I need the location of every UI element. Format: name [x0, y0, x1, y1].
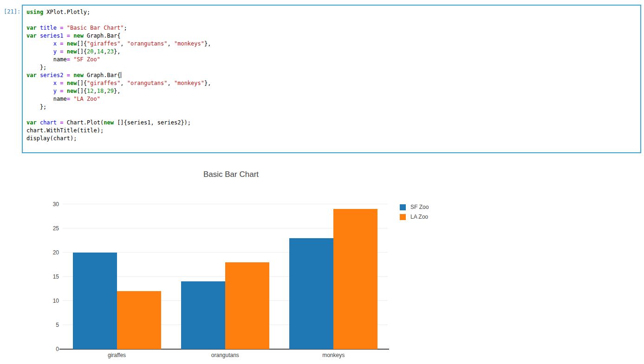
code-token: = [60, 80, 63, 86]
category-slot-giraffes [63, 204, 171, 349]
code-token [64, 40, 67, 47]
code-token: "SF Zoo" [73, 56, 100, 63]
legend-item-la-zoo[interactable]: LA Zoo [400, 214, 429, 220]
code-token: = [60, 40, 63, 47]
legend-swatch-icon [400, 204, 406, 210]
code-line: y = new[]{20,14,23}, [26, 48, 637, 56]
code-token [64, 72, 67, 78]
code-token [64, 25, 67, 31]
y-tick-label: 25 [40, 225, 59, 232]
code-token: , [120, 80, 127, 86]
code-token: display(chart); [26, 135, 77, 142]
x-axis-label-monkeys: monkeys [280, 352, 388, 358]
code-line: display(chart); [26, 135, 637, 143]
y-tick-label: 0 [40, 345, 59, 353]
bar-sf-zoo-orangutans[interactable] [181, 281, 225, 349]
text-cursor [121, 72, 121, 78]
code-line [26, 16, 637, 24]
notebook-cell: [21]: using XPlot.Plotly;var title = "Ba… [0, 0, 644, 153]
bar-sf-zoo-giraffes[interactable] [73, 253, 117, 349]
code-token: var [26, 32, 37, 39]
code-token [37, 32, 40, 39]
code-line: name= "SF Zoo" [26, 56, 637, 64]
bar-la-zoo-orangutans[interactable] [225, 262, 269, 349]
code-line: var series1 = new Graph.Bar{ [26, 32, 637, 40]
code-token: []{ [77, 88, 87, 94]
plot-area[interactable]: 051015202530giraffesorangutansmonkeys [63, 204, 388, 349]
code-token: "orangutans" [127, 40, 168, 47]
code-token: = [67, 56, 70, 63]
code-token [64, 80, 67, 86]
code-token: }, [204, 40, 211, 47]
code-token: []{series1, series2}); [114, 119, 191, 126]
cell-prompt: [21]: [0, 5, 22, 153]
code-token: = [67, 72, 70, 78]
code-token: series2 [40, 72, 64, 78]
legend-label: LA Zoo [410, 214, 428, 220]
code-token: []{ [77, 80, 87, 86]
legend: SF ZooLA Zoo [400, 204, 429, 223]
code-token [64, 48, 67, 55]
code-token: var [26, 72, 37, 78]
bar-la-zoo-giraffes[interactable] [117, 291, 161, 349]
code-token: chart [40, 119, 57, 126]
code-token [26, 80, 53, 86]
code-token [37, 72, 40, 78]
code-token: }, [114, 48, 120, 55]
code-token: 14 [97, 48, 104, 55]
code-token: , [168, 40, 174, 47]
code-token [37, 25, 40, 31]
code-token: "LA Zoo" [73, 96, 100, 102]
code-token: new [67, 80, 77, 86]
code-line: name= "LA Zoo" [26, 95, 637, 103]
code-token: name [26, 56, 67, 63]
code-token: , [94, 48, 97, 55]
code-token: 29 [107, 88, 113, 94]
code-token: chart.WithTitle(title); [26, 127, 104, 134]
code-token: new [73, 32, 84, 39]
code-token: = [60, 119, 63, 126]
y-tick-label: 5 [40, 321, 59, 329]
category-slot-orangutans [171, 204, 279, 349]
bar-group-orangutans [181, 204, 269, 349]
code-token: 20 [87, 48, 93, 55]
x-axis-label-giraffes: giraffes [63, 352, 171, 358]
code-line: x = new[]{"giraffes", "orangutans", "mon… [26, 40, 637, 48]
bar-group-monkeys [289, 204, 377, 349]
code-token: = [67, 32, 70, 39]
legend-item-sf-zoo[interactable]: SF Zoo [400, 204, 429, 210]
code-line [26, 111, 637, 119]
code-token: = [60, 48, 63, 55]
code-token: new [73, 72, 84, 78]
code-token: new [67, 48, 77, 55]
code-line: x = new[]{"giraffes", "orangutans", "mon… [26, 79, 637, 87]
code-token: name [26, 96, 67, 102]
code-token: , [94, 88, 97, 94]
code-token: Chart.Plot( [64, 119, 104, 126]
y-tick-label: 10 [40, 297, 59, 305]
code-token: 12 [87, 88, 93, 94]
code-token: }, [114, 88, 120, 94]
code-token: = [67, 96, 70, 102]
code-token: []{ [77, 40, 87, 47]
code-line: var series2 = new Graph.Bar{ [26, 72, 637, 79]
code-token: Graph.Bar{ [84, 32, 120, 39]
y-tick-label: 20 [40, 249, 59, 256]
code-token [26, 40, 53, 47]
code-cell[interactable]: using XPlot.Plotly;var title = "Basic Ba… [22, 5, 641, 153]
code-token: var [26, 25, 37, 31]
code-token: "giraffes" [87, 40, 120, 47]
y-tick-label: 30 [40, 201, 59, 208]
code-token: title [40, 25, 57, 31]
code-editor[interactable]: using XPlot.Plotly;var title = "Basic Ba… [26, 8, 637, 143]
code-line: y = new[]{12,18,29}, [26, 87, 637, 95]
legend-swatch-icon [400, 214, 406, 220]
code-token: "Basic Bar Chart" [67, 25, 124, 31]
code-token: x [53, 80, 57, 86]
code-line: var title = "Basic Bar Chart"; [26, 24, 637, 32]
code-token: , [168, 80, 174, 86]
bar-la-zoo-monkeys[interactable] [333, 209, 377, 349]
chart-output: Basic Bar Chart 051015202530giraffesoran… [21, 168, 441, 364]
code-token [26, 48, 53, 55]
bar-sf-zoo-monkeys[interactable] [289, 238, 333, 349]
